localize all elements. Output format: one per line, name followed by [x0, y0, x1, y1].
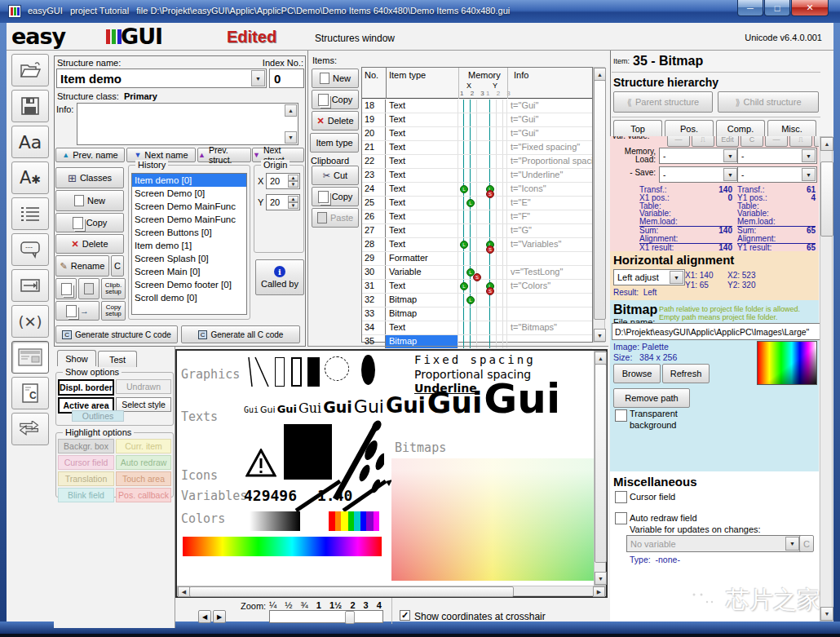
- table-row[interactable]: 31 Text LLS t="Colors": [362, 280, 592, 294]
- scroll-down-icon[interactable]: ▼: [594, 329, 606, 342]
- table-row[interactable]: 25 Text L t="E": [362, 197, 592, 210]
- rename-button[interactable]: ✎Rename: [55, 255, 109, 276]
- copy-setup-button[interactable]: Copy setup: [101, 301, 126, 321]
- show-option-button[interactable]: Undrawn: [116, 379, 171, 394]
- generate-all-code-button[interactable]: CGenerate all C code: [181, 325, 300, 343]
- item-copy-button[interactable]: Copy: [312, 90, 359, 109]
- item-copy2-button[interactable]: Copy: [312, 187, 359, 206]
- open-project-button[interactable]: [11, 54, 49, 86]
- canvas-vscrollbar[interactable]: ▲ ▼: [594, 351, 606, 586]
- variables-button[interactable]: (✕): [11, 305, 49, 338]
- zoom-level[interactable]: ¼: [269, 600, 276, 610]
- zoom-slider-thumb[interactable]: [345, 611, 355, 624]
- history-item[interactable]: Item demo [1]: [132, 239, 246, 252]
- var-value-mini-button[interactable]: C: [741, 136, 763, 147]
- variable-dropdown[interactable]: No variable▼: [626, 535, 801, 552]
- table-row[interactable]: 22 Text t="Proportional spacing": [362, 155, 592, 169]
- detail-tab[interactable]: Misc.: [767, 120, 816, 137]
- prev-name-button[interactable]: ▲Prev. name: [55, 148, 125, 162]
- position-button[interactable]: [11, 269, 49, 302]
- memory-save-x-dropdown[interactable]: -▼: [659, 166, 739, 183]
- history-item[interactable]: Item demo [0]: [132, 174, 246, 187]
- item-delete-button[interactable]: ✕Delete: [312, 111, 359, 130]
- index-no-field[interactable]: 0: [269, 69, 304, 88]
- variable-c-button[interactable]: C: [799, 535, 814, 552]
- memory-load-y-dropdown[interactable]: -▼: [737, 148, 817, 164]
- history-item[interactable]: Screen Main [0]: [132, 265, 246, 278]
- called-by-button[interactable]: i Called by: [255, 259, 304, 295]
- crosshair-checkbox[interactable]: [400, 610, 410, 621]
- transparent-background-checkbox[interactable]: [615, 409, 627, 422]
- table-row[interactable]: 33 Bitmap: [362, 307, 592, 321]
- scroll-up-icon[interactable]: ▲: [820, 137, 833, 151]
- detail-tab[interactable]: Top: [613, 120, 662, 137]
- table-row[interactable]: 28 Text LLS t="Variables": [362, 238, 592, 252]
- show-option-button[interactable]: Select style: [116, 397, 171, 412]
- history-item[interactable]: Scroll demo [0]: [132, 291, 246, 304]
- generate-structure-code-button[interactable]: CGenerate structure C code: [55, 325, 178, 343]
- highlight-option-button[interactable]: Curr. item: [116, 439, 171, 453]
- var-value-mini-button[interactable]: ⎍: [789, 136, 812, 147]
- detail-scrollbar[interactable]: ▲ ▼: [820, 136, 833, 622]
- font-settings-button[interactable]: A✱: [11, 161, 49, 194]
- table-row[interactable]: 30 Variable LS v="TestLong": [362, 266, 592, 280]
- copy-to-clipboard-button[interactable]: [55, 278, 77, 299]
- new-structure-button[interactable]: New: [55, 190, 124, 211]
- scroll-up-icon[interactable]: ▲: [595, 352, 607, 365]
- zoom-level[interactable]: ½: [285, 600, 292, 610]
- structure-name-combo[interactable]: Item demo ▼: [56, 69, 267, 88]
- classes-button[interactable]: ⊞Classes: [55, 167, 124, 188]
- var-value-mini-button[interactable]: Edit: [716, 136, 739, 147]
- scroll-up-icon[interactable]: ▲: [594, 68, 606, 81]
- table-row[interactable]: 35 Bitmap: [362, 335, 592, 349]
- paste-from-clipboard-button[interactable]: [78, 278, 99, 299]
- item-new-button[interactable]: New: [312, 69, 359, 88]
- remove-path-button[interactable]: Remove path: [613, 388, 690, 408]
- zoom-out-button[interactable]: ◀: [198, 610, 211, 623]
- table-row[interactable]: 21 Text t="Fixed spacing": [362, 141, 592, 155]
- spinner-icon[interactable]: ▲▼: [288, 196, 298, 209]
- refresh-button[interactable]: Refresh: [662, 364, 710, 383]
- alignment-dropdown[interactable]: Left adjust▼: [613, 269, 685, 285]
- history-item[interactable]: Screen Demo MainFunc: [132, 200, 246, 213]
- scroll-down-icon[interactable]: ▼: [820, 607, 833, 621]
- table-row[interactable]: 18 Text t="Gui": [362, 100, 592, 113]
- scroll-down-icon[interactable]: ▼: [285, 131, 297, 144]
- table-row[interactable]: 19 Text t="Gui": [362, 113, 592, 127]
- memory-save-y-dropdown[interactable]: -▼: [737, 166, 817, 183]
- items-table-scrollbar[interactable]: ▲ ▼: [593, 67, 605, 343]
- copy-with-setup-button[interactable]: →: [55, 301, 99, 321]
- chevron-down-icon[interactable]: ▼: [802, 168, 816, 181]
- table-row[interactable]: 23 Text t="Underline": [362, 169, 592, 183]
- scroll-up-icon[interactable]: ▲: [285, 104, 297, 117]
- tab-test[interactable]: Test: [98, 351, 137, 367]
- highlight-option-button[interactable]: Pos. callback: [116, 488, 171, 502]
- delete-structure-button[interactable]: ✕Delete: [55, 234, 124, 254]
- var-value-mini-button[interactable]: ⎍: [692, 136, 714, 147]
- canvas-hscrollbar[interactable]: ◀ ▶: [177, 586, 606, 596]
- preview-canvas[interactable]: Graphics Fixed spacing Proportional spac…: [175, 349, 608, 598]
- cursor-field-checkbox[interactable]: [615, 491, 627, 503]
- zoom-level[interactable]: 1½: [329, 600, 342, 610]
- highlight-option-button[interactable]: Cursor field: [58, 455, 114, 470]
- var-value-mini-button[interactable]: —: [765, 136, 788, 147]
- zoom-level[interactable]: 1: [316, 600, 321, 610]
- list-button[interactable]: [11, 197, 49, 230]
- highlight-option-button[interactable]: Blink field: [58, 488, 114, 502]
- copy-structure-button[interactable]: Copy: [55, 213, 124, 232]
- rename-c-button[interactable]: C: [111, 255, 124, 276]
- close-button[interactable]: ✕: [791, 0, 829, 16]
- item-cut-button[interactable]: ✂Cut: [312, 166, 359, 185]
- zoom-level[interactable]: 3: [364, 600, 369, 610]
- zoom-in-button[interactable]: ▶: [213, 610, 226, 623]
- table-row[interactable]: 24 Text LLS t="Icons": [362, 183, 592, 197]
- table-row[interactable]: 27 Text t="G": [362, 224, 592, 238]
- item-paste-button[interactable]: Paste: [312, 208, 359, 228]
- origin-y-field[interactable]: 20 ▲▼: [266, 194, 300, 210]
- chevron-down-icon[interactable]: ▼: [723, 168, 737, 181]
- history-item[interactable]: Screen Buttons [0]: [132, 226, 246, 239]
- chevron-down-icon[interactable]: ▼: [251, 70, 265, 86]
- highlight-option-button[interactable]: Translation: [58, 471, 114, 486]
- scroll-left-icon[interactable]: ◀: [178, 586, 190, 597]
- origin-x-field[interactable]: 20 ▲▼: [266, 173, 300, 189]
